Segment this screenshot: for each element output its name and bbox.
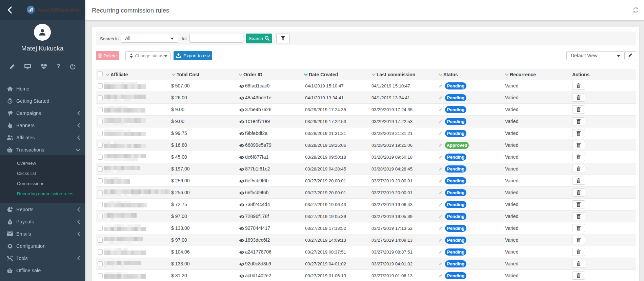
svg-text:$: $ <box>9 270 11 273</box>
